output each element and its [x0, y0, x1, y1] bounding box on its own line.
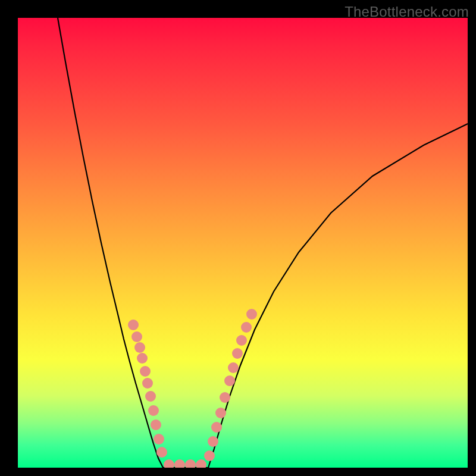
data-dot	[151, 419, 161, 430]
data-dot	[174, 459, 185, 468]
dots-group	[128, 309, 257, 468]
data-dot	[241, 322, 252, 333]
data-dot	[228, 362, 239, 373]
curve-group	[58, 18, 468, 468]
data-dot	[164, 459, 174, 468]
plot-area	[18, 18, 468, 468]
data-dot	[220, 392, 230, 403]
curve-svg	[18, 18, 468, 468]
watermark-text: TheBottleneck.com	[345, 4, 469, 20]
data-dot	[236, 335, 247, 346]
data-dot	[154, 434, 164, 444]
data-dot	[204, 450, 215, 461]
data-dot	[156, 447, 167, 458]
data-dot	[208, 436, 218, 447]
data-dot	[140, 366, 151, 377]
data-dot	[211, 422, 222, 433]
data-dot	[148, 405, 159, 416]
data-dot	[224, 375, 235, 386]
data-dot	[137, 353, 148, 364]
bottleneck-curve	[58, 18, 468, 468]
data-dot	[128, 320, 139, 330]
data-dot	[142, 378, 153, 389]
chart-frame: TheBottleneck.com	[0, 0, 476, 476]
data-dot	[215, 408, 226, 418]
data-dot	[185, 459, 196, 468]
data-dot	[246, 309, 257, 320]
data-dot	[196, 459, 206, 468]
data-dot	[134, 342, 145, 353]
data-dot	[145, 391, 156, 402]
data-dot	[131, 331, 142, 342]
data-dot	[232, 348, 243, 359]
